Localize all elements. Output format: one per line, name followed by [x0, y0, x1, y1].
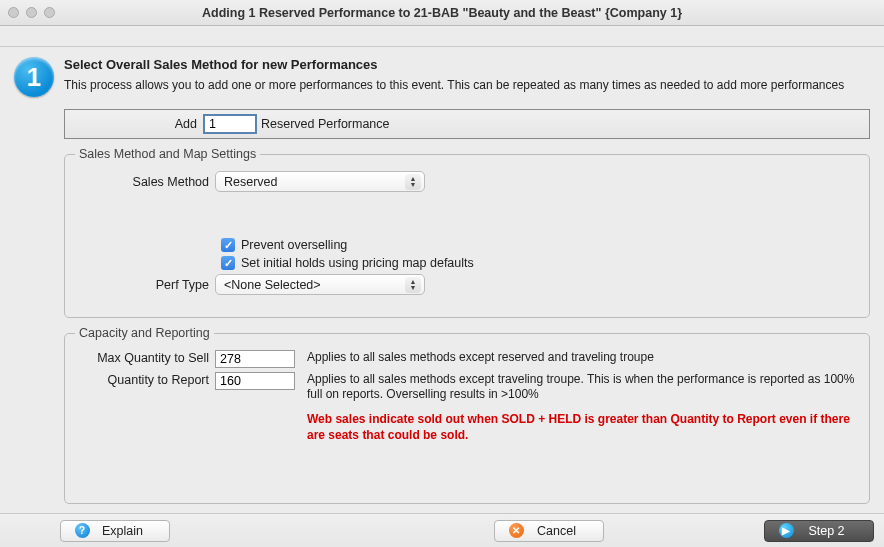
- perf-type-label: Perf Type: [75, 278, 209, 292]
- add-quantity-input[interactable]: [203, 114, 257, 134]
- footer-bar: ? Explain ✕ Cancel ▶ Step 2: [0, 513, 884, 547]
- sold-out-warning: Web sales indicate sold out when SOLD + …: [307, 412, 859, 443]
- add-label: Add: [69, 117, 203, 131]
- quantity-report-input[interactable]: [215, 372, 295, 390]
- quantity-report-label: Quantity to Report: [75, 372, 209, 387]
- cancel-button[interactable]: ✕ Cancel: [494, 520, 604, 542]
- chevron-updown-icon: ▲▼: [405, 174, 421, 190]
- add-performance-bar: Add Reserved Performance: [64, 109, 870, 139]
- set-initial-holds-label: Set initial holds using pricing map defa…: [241, 256, 474, 270]
- add-suffix: Reserved Performance: [257, 117, 390, 131]
- perf-type-value: <None Selected>: [224, 278, 321, 292]
- step-2-button[interactable]: ▶ Step 2: [764, 520, 874, 542]
- cancel-icon: ✕: [509, 523, 524, 538]
- page-description: This process allows you to add one or mo…: [64, 78, 844, 92]
- play-icon: ▶: [779, 523, 794, 538]
- window-title: Adding 1 Reserved Performance to 21-BAB …: [0, 6, 884, 20]
- capacity-legend: Capacity and Reporting: [75, 326, 214, 340]
- set-initial-holds-checkbox[interactable]: ✓: [221, 256, 235, 270]
- help-icon: ?: [75, 523, 90, 538]
- quantity-report-desc: Applies to all sales methods except trav…: [307, 372, 859, 402]
- sales-method-label: Sales Method: [75, 175, 209, 189]
- sales-method-group: Sales Method and Map Settings Sales Meth…: [64, 147, 870, 318]
- explain-button[interactable]: ? Explain: [60, 520, 170, 542]
- step-number-badge: 1: [14, 57, 54, 97]
- sales-method-value: Reserved: [224, 175, 278, 189]
- sales-method-legend: Sales Method and Map Settings: [75, 147, 260, 161]
- max-quantity-desc: Applies to all sales methods except rese…: [307, 350, 859, 365]
- step-2-button-label: Step 2: [802, 524, 852, 538]
- explain-button-label: Explain: [98, 524, 148, 538]
- perf-type-select[interactable]: <None Selected> ▲▼: [215, 274, 425, 295]
- chevron-updown-icon: ▲▼: [405, 277, 421, 293]
- prevent-overselling-label: Prevent overselling: [241, 238, 347, 252]
- sales-method-select[interactable]: Reserved ▲▼: [215, 171, 425, 192]
- window-titlebar: Adding 1 Reserved Performance to 21-BAB …: [0, 0, 884, 26]
- cancel-button-label: Cancel: [532, 524, 582, 538]
- max-quantity-input[interactable]: [215, 350, 295, 368]
- page-title: Select Overall Sales Method for new Perf…: [64, 57, 844, 72]
- prevent-overselling-checkbox[interactable]: ✓: [221, 238, 235, 252]
- max-quantity-label: Max Quantity to Sell: [75, 350, 209, 365]
- capacity-reporting-group: Capacity and Reporting Max Quantity to S…: [64, 326, 870, 504]
